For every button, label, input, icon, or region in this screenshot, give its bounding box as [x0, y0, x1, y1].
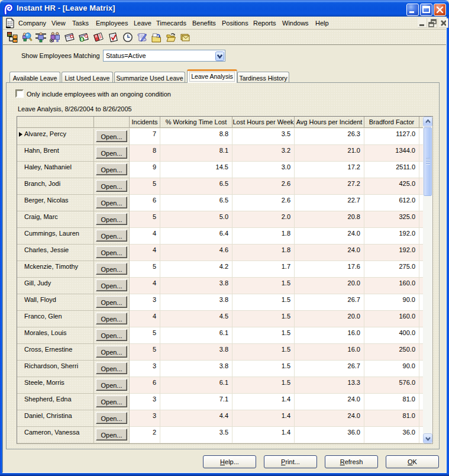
svg-text:$: $	[81, 37, 83, 42]
